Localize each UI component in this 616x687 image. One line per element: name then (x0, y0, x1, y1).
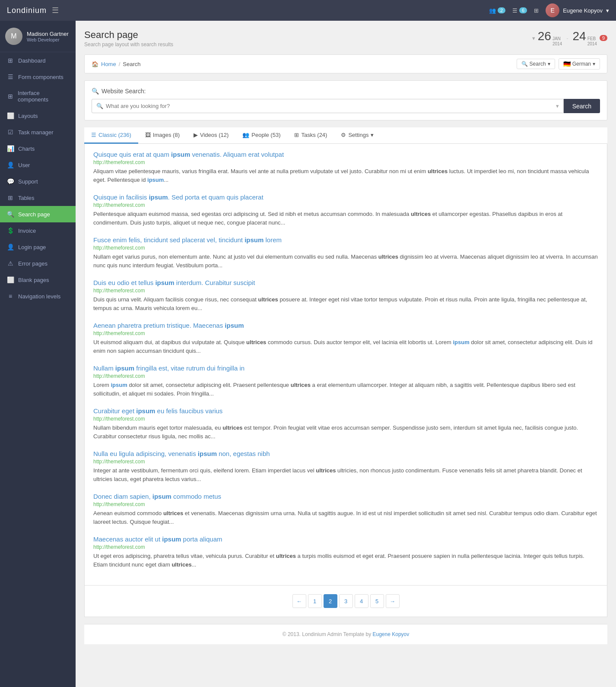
page-header: Search page Search page layout with sear… (84, 29, 607, 47)
result-title-6: Curabitur eget ipsum eu felis faucibus v… (93, 407, 598, 415)
result-link-6[interactable]: Curabitur eget ipsum eu felis faucibus v… (93, 407, 222, 415)
nav-label-form-components: Form components (18, 74, 64, 80)
result-link-3[interactable]: Duis eu odio et tellus ipsum interdum. C… (93, 279, 255, 286)
sidebar-item-interface-components[interactable]: ⊞Interface components (0, 85, 76, 108)
sidebar-item-error-pages[interactable]: ⚠Error pages (0, 255, 76, 272)
search-input[interactable] (106, 99, 556, 113)
sidebar-item-form-components[interactable]: ☰Form components (0, 69, 76, 85)
sidebar-item-task-manager[interactable]: ☑Task manager (0, 124, 76, 140)
result-title-8: Donec diam sapien, ipsum commodo metus (93, 493, 598, 500)
date-box-2: 24 FEB 2014 (572, 29, 597, 47)
result-link-7[interactable]: Nulla eu ligula adipiscing, venenatis ip… (93, 450, 270, 457)
search-arrow-icon[interactable]: ▾ (556, 103, 559, 109)
result-item-4: Aenean pharetra pretium tristique. Maece… (93, 322, 598, 355)
pagination-page-4[interactable]: 4 (355, 594, 368, 608)
date-box-1: 26 JAN 2014 (538, 29, 562, 47)
pagination-page-1[interactable]: 1 (308, 594, 322, 608)
nav-label-interface-components: Interface components (18, 90, 69, 103)
result-item-0: Quisque quis erat at quam ipsum venenati… (93, 151, 598, 184)
result-url-4[interactable]: http://themeforest.com (93, 330, 598, 336)
result-url-3[interactable]: http://themeforest.com (93, 288, 598, 294)
sidebar-item-navigation-levels[interactable]: ≡Navigation levels (0, 288, 76, 304)
sidebar-item-invoice[interactable]: 💲Invoice (0, 222, 76, 239)
search-btn[interactable]: 🔍 Search ▾ (517, 59, 555, 69)
sidebar-user-name: Madison Gartner (27, 31, 69, 37)
apps-icon-btn[interactable]: ⊞ (534, 7, 539, 14)
page-header-left: Search page Search page layout with sear… (84, 29, 173, 47)
navbar-left: Londinium ☰ (7, 6, 59, 15)
date1-meta: JAN 2014 (552, 36, 562, 47)
pagination-page-5[interactable]: 5 (370, 594, 384, 608)
menu-toggle-icon[interactable]: ☰ (52, 6, 59, 15)
pagination-page-3[interactable]: 3 (339, 594, 353, 608)
result-link-4[interactable]: Aenean pharetra pretium tristique. Maece… (93, 322, 244, 329)
result-link-9[interactable]: Maecenas auctor elit ut ipsum porta aliq… (93, 535, 222, 543)
result-link-1[interactable]: Quisque in facilisis ipsum. Sed porta et… (93, 193, 264, 201)
nav-icon-support: 💬 (7, 178, 14, 185)
sidebar-item-search-page[interactable]: 🔍Search page (0, 206, 76, 222)
pagination-prev[interactable]: ← (292, 594, 306, 608)
result-title-2: Fusce enim felis, tincidunt sed placerat… (93, 236, 598, 244)
nav-label-error-pages: Error pages (18, 260, 48, 267)
tab-tasks[interactable]: ⊞Tasks (24) (287, 127, 334, 144)
sidebar-item-user[interactable]: 👤User (0, 157, 76, 173)
nav-icon-layouts: ⬜ (7, 112, 14, 119)
search-box-container: 🔍 Website Search: 🔍 ▾ Search (84, 80, 607, 120)
tab-icon-classic: ☰ (91, 132, 96, 138)
sidebar-item-login-page[interactable]: 👤Login page (0, 239, 76, 255)
search-submit-button[interactable]: Search (564, 99, 600, 113)
date2-meta: FEB 2014 (587, 36, 597, 47)
list-badge[interactable]: ☰ 6 (512, 7, 527, 14)
result-link-8[interactable]: Donec diam sapien, ipsum commodo metus (93, 493, 221, 500)
date-dropdown-icon[interactable]: ▾ (532, 35, 535, 41)
sidebar-item-support[interactable]: 💬Support (0, 173, 76, 190)
breadcrumb-home[interactable]: Home (101, 61, 116, 67)
language-btn[interactable]: 🇩🇪 German ▾ (559, 58, 600, 70)
result-title-7: Nulla eu ligula adipiscing, venenatis ip… (93, 450, 598, 457)
tab-people[interactable]: 👥People (53) (235, 127, 287, 144)
avatar: E (546, 3, 559, 17)
result-url-7[interactable]: http://themeforest.com (93, 459, 598, 465)
user-dropdown-icon: ▾ (606, 7, 609, 14)
footer-author[interactable]: Eugene Kopyov (373, 631, 410, 637)
result-title-4: Aenean pharetra pretium tristique. Maece… (93, 322, 598, 329)
result-url-6[interactable]: http://themeforest.com (93, 416, 598, 422)
result-title-9: Maecenas auctor elit ut ipsum porta aliq… (93, 535, 598, 543)
nav-label-layouts: Layouts (18, 113, 38, 119)
result-item-9: Maecenas auctor elit ut ipsum porta aliq… (93, 535, 598, 569)
sidebar-item-charts[interactable]: 📊Charts (0, 140, 76, 157)
result-url-8[interactable]: http://themeforest.com (93, 501, 598, 507)
sidebar-item-tables[interactable]: ⊞Tables (0, 190, 76, 206)
people-badge[interactable]: 👥 2 (489, 7, 505, 14)
result-title-5: Nullam ipsum fringilla est, vitae rutrum… (93, 364, 598, 372)
sidebar-item-dashboard[interactable]: ⊞Dashboard (0, 52, 76, 69)
people-icon: 👥 (489, 7, 496, 14)
user-menu[interactable]: E Eugene Kopyov ▾ (546, 3, 609, 17)
sidebar-item-blank-pages[interactable]: ⬜Blank pages (0, 272, 76, 288)
date-divider: - (566, 35, 568, 41)
sidebar-item-layouts[interactable]: ⬜Layouts (0, 108, 76, 124)
result-url-9[interactable]: http://themeforest.com (93, 544, 598, 550)
date2-num: 24 (572, 29, 586, 43)
pagination-page-2[interactable]: 2 (324, 594, 337, 608)
pagination: ←12345→ (84, 586, 607, 617)
tab-images[interactable]: 🖼Images (8) (138, 127, 187, 144)
result-title-1: Quisque in facilisis ipsum. Sed porta et… (93, 193, 598, 201)
nav-label-login-page: Login page (18, 244, 46, 250)
tab-icon-settings: ⚙ (341, 132, 346, 138)
result-url-2[interactable]: http://themeforest.com (93, 245, 598, 251)
tab-classic[interactable]: ☰Classic (236) (84, 127, 138, 144)
result-url-1[interactable]: http://themeforest.com (93, 202, 598, 208)
result-url-5[interactable]: http://themeforest.com (93, 373, 598, 379)
result-link-5[interactable]: Nullam ipsum fringilla est, vitae rutrum… (93, 364, 244, 372)
result-link-2[interactable]: Fusce enim felis, tincidunt sed placerat… (93, 236, 282, 244)
nav-label-navigation-levels: Navigation levels (18, 293, 60, 300)
result-item-1: Quisque in facilisis ipsum. Sed porta et… (93, 193, 598, 227)
result-link-0[interactable]: Quisque quis erat at quam ipsum venenati… (93, 151, 284, 158)
tab-icon-tasks: ⊞ (294, 132, 299, 138)
tab-videos[interactable]: ▶Videos (12) (187, 127, 235, 144)
nav-icon-blank-pages: ⬜ (7, 276, 14, 283)
tab-settings[interactable]: ⚙Settings ▾ (334, 127, 381, 144)
result-url-0[interactable]: http://themeforest.com (93, 159, 598, 165)
pagination-next[interactable]: → (386, 594, 400, 608)
